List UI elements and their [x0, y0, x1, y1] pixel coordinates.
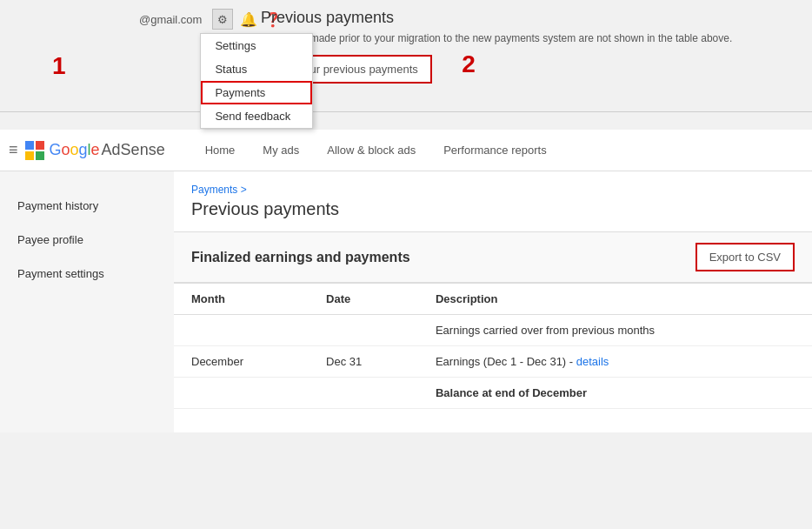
sidebar: Payment history Payee profile Payment se… [0, 171, 174, 432]
nav-home[interactable]: Home [191, 130, 250, 171]
dropdown-menu: Settings Status Payments Send feedback [200, 33, 313, 129]
gmail-text: @gmail.com [139, 13, 202, 26]
logo-squares-icon [25, 141, 44, 160]
table-header-title: Finalized earnings and payments [191, 250, 696, 265]
table-row: December Dec 31 Earnings (Dec 1 - Dec 31… [174, 346, 812, 378]
sidebar-item-payee-profile[interactable]: Payee profile [0, 223, 174, 257]
table-header-row: Finalized earnings and payments 3 Export… [174, 231, 812, 283]
col-description: Description [418, 284, 812, 315]
export-csv-button[interactable]: Export to CSV [696, 243, 795, 271]
content-area: Payments > Previous payments Finalized e… [174, 171, 812, 432]
menu-item-payments[interactable]: Payments [201, 81, 312, 104]
cell-date: Dec 31 [309, 346, 418, 378]
cell-description: Earnings carried over from previous mont… [418, 315, 812, 346]
cell-description: Balance at end of December [418, 378, 812, 409]
cell-date [309, 378, 418, 409]
sidebar-item-payment-history[interactable]: Payment history [0, 189, 174, 223]
page-title: Previous payments [174, 198, 812, 231]
nav-my-ads[interactable]: My ads [249, 130, 313, 171]
prev-payments-title: Previous payments [261, 9, 795, 27]
menu-item-feedback[interactable]: Send feedback [201, 104, 312, 128]
sidebar-item-payment-settings[interactable]: Payment settings [0, 257, 174, 291]
table-section: Finalized earnings and payments 3 Export… [174, 231, 812, 409]
settings-dropdown[interactable]: ⚙ Settings Status Payments Send feedback [209, 9, 236, 30]
adsense-text: AdSense [102, 141, 165, 159]
menu-item-settings[interactable]: Settings [201, 34, 312, 57]
adsense-logo: Google AdSense [25, 141, 165, 160]
col-month: Month [174, 284, 309, 315]
prev-payments-desc: Payments made prior to your migration to… [261, 32, 795, 44]
menu-item-status[interactable]: Status [201, 57, 312, 81]
label-2: 2 [462, 50, 476, 78]
breadcrumb[interactable]: Payments > [174, 171, 812, 198]
nav-allow-block-ads[interactable]: Allow & block ads [313, 130, 429, 171]
google-text: Google [50, 141, 100, 159]
balance-text: Balance at end of December [436, 386, 587, 399]
col-date: Date [309, 284, 418, 315]
description-text: Earnings (Dec 1 - Dec 31) - [436, 355, 576, 368]
cell-month: December [174, 346, 309, 378]
nav-performance-reports[interactable]: Performance reports [429, 130, 561, 171]
table-row: Balance at end of December [174, 378, 812, 409]
hamburger-icon[interactable]: ≡ [9, 141, 18, 159]
cell-month [174, 378, 309, 409]
adsense-navbar: ≡ Google AdSense Home My ads Allow & blo… [0, 130, 812, 171]
table-row: Earnings carried over from previous mont… [174, 315, 812, 346]
label-1: 1 [52, 52, 66, 80]
details-link[interactable]: details [576, 355, 609, 368]
nav-links: Home My ads Allow & block ads Performanc… [191, 130, 561, 171]
cell-description: Earnings (Dec 1 - Dec 31) - details [418, 346, 812, 378]
cell-month [174, 315, 309, 346]
export-btn-wrapper: 3 Export to CSV [696, 243, 795, 271]
notification-icon[interactable]: 🔔 [240, 10, 257, 28]
gear-icon[interactable]: ⚙ [212, 9, 233, 30]
cell-date [309, 315, 418, 346]
main-content: Payment history Payee profile Payment se… [0, 171, 812, 432]
data-table: Month Date Description Earnings carried … [174, 283, 812, 409]
